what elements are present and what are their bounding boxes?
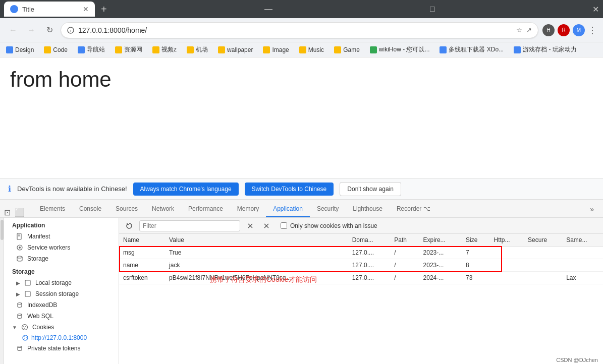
cookies-expand-icon: ▼ xyxy=(12,325,17,330)
left-panel-scrollbar[interactable] xyxy=(0,218,4,364)
dont-show-again-button[interactable]: Don't show again xyxy=(340,182,401,196)
table-row[interactable]: msg True 127.0.... / 2023-... 7 xyxy=(119,247,603,259)
ext-icon-2[interactable]: R xyxy=(558,24,570,36)
url-text: 127.0.0.1:8000/home/ xyxy=(78,26,147,34)
ext-icon-1[interactable]: H xyxy=(542,24,555,36)
close-button[interactable]: ✕ xyxy=(592,5,599,14)
forward-button[interactable]: → xyxy=(24,23,38,37)
private-state-tokens-item[interactable]: Private state tokens xyxy=(4,343,119,354)
only-issues-checkbox-label[interactable]: Only show cookies with an issue xyxy=(281,222,377,229)
back-button[interactable]: ← xyxy=(6,23,20,37)
table-row[interactable]: name jack 127.0.... / 2023-... 8 xyxy=(119,259,603,272)
bookmark-game-archive[interactable]: 游戏存档 - 玩家动力 xyxy=(512,44,579,55)
websql-item[interactable]: Web SQL xyxy=(4,311,119,322)
bookmark-wikihow[interactable]: wikiHow - 您可以... xyxy=(368,44,432,55)
only-issues-checkbox[interactable] xyxy=(281,222,287,229)
cell-domain: 127.0.... xyxy=(348,272,391,284)
cell-http xyxy=(489,247,524,259)
tab-console[interactable]: Console xyxy=(72,201,108,217)
tab-application[interactable]: Application xyxy=(266,201,310,217)
col-name: Name xyxy=(119,234,165,247)
match-language-button[interactable]: Always match Chrome's language xyxy=(133,183,239,196)
tab-lighthouse[interactable]: Lighthouse xyxy=(346,201,390,217)
cell-path: / xyxy=(390,259,419,272)
bookmark-music-icon xyxy=(299,46,306,53)
cookies-http-item[interactable]: http://127.0.0.1:8000 xyxy=(4,333,119,343)
svg-point-21 xyxy=(18,346,22,348)
bookmark-wallpaper[interactable]: wallpaper xyxy=(216,45,255,54)
storage-app-item[interactable]: Storage xyxy=(4,253,119,264)
page-content: from home xyxy=(0,57,603,178)
bookmark-video[interactable]: 视频z xyxy=(150,44,179,55)
private-tokens-icon xyxy=(16,345,23,352)
col-domain: Doma... xyxy=(348,234,391,247)
refresh-button[interactable] xyxy=(123,220,135,232)
devtools-icon-buttons: ⊡ ⬜ xyxy=(4,208,25,217)
delete-cookies-button[interactable] xyxy=(260,220,272,232)
bookmark-resource-icon xyxy=(115,46,122,53)
browser-frame: Title ✕ + — □ ✕ ← → ↻ i 127.0.0.1:8000/h… xyxy=(0,0,603,364)
tab-elements[interactable]: Elements xyxy=(33,201,72,217)
tab-performance[interactable]: Performance xyxy=(181,201,230,217)
url-bar[interactable]: i 127.0.0.1:8000/home/ ☆ ↗ xyxy=(61,22,538,38)
device-toolbar-icon[interactable]: ⬜ xyxy=(15,208,25,217)
devtools-body: Application Manifest Service workers Sto… xyxy=(0,218,603,364)
cookies-item[interactable]: ▼ Cookies xyxy=(4,322,119,333)
local-storage-item[interactable]: ▶ Local storage xyxy=(4,277,119,288)
bookmark-video-icon xyxy=(152,46,159,53)
tab-recorder[interactable]: Recorder ⌥ xyxy=(390,201,437,217)
bookmark-image[interactable]: Image xyxy=(261,45,291,54)
cell-same xyxy=(562,247,603,259)
bookmark-game-archive-icon xyxy=(514,46,521,53)
tab-sources[interactable]: Sources xyxy=(108,201,145,217)
svg-point-18 xyxy=(24,336,25,337)
tab-memory[interactable]: Memory xyxy=(230,201,266,217)
bookmark-star-icon[interactable]: ☆ xyxy=(516,26,522,34)
bookmark-music[interactable]: Music xyxy=(297,45,326,54)
minimize-button[interactable]: — xyxy=(264,5,272,14)
indexeddb-item[interactable]: IndexedDB xyxy=(4,299,119,311)
cookies-child-icon xyxy=(22,335,28,341)
bookmark-code[interactable]: Code xyxy=(42,45,70,54)
tab-network[interactable]: Network xyxy=(145,201,181,217)
inspect-element-icon[interactable]: ⊡ xyxy=(4,208,11,217)
svg-point-19 xyxy=(26,337,27,338)
cell-same xyxy=(562,259,603,272)
bookmark-downloader[interactable]: 多线程下载器 XDo... xyxy=(437,44,506,55)
service-workers-item[interactable]: Service workers xyxy=(4,242,119,253)
cell-secure xyxy=(524,259,562,272)
bookmark-game[interactable]: Game xyxy=(332,45,362,54)
cookies-table: Name Value Doma... Path Expire... Size H… xyxy=(119,234,603,364)
clear-filter-button[interactable] xyxy=(244,220,256,232)
storage-section-header: Storage xyxy=(4,264,119,277)
manifest-item[interactable]: Manifest xyxy=(4,231,119,242)
browser-tab[interactable]: Title ✕ xyxy=(4,2,95,17)
devtools-tabs-bar: ⊡ ⬜ Elements Console Sources Network Per… xyxy=(0,200,603,218)
bookmark-airport[interactable]: 机场 xyxy=(185,44,210,55)
maximize-button[interactable]: □ xyxy=(430,5,435,14)
ext-icon-3[interactable]: M xyxy=(573,24,585,36)
more-tabs-button[interactable]: » xyxy=(585,201,599,217)
switch-chinese-button[interactable]: Switch DevTools to Chinese xyxy=(245,183,334,196)
bookmark-image-icon xyxy=(263,46,270,53)
table-row[interactable]: csrftoken pB4swi21f8I7NNRv1wef5H6FoHpaNN… xyxy=(119,272,603,284)
bookmark-resource[interactable]: 资源网 xyxy=(113,44,144,55)
col-secure: Secure xyxy=(524,234,562,247)
reload-button[interactable]: ↻ xyxy=(42,23,57,37)
new-tab-button[interactable]: + xyxy=(101,4,107,15)
bookmark-wikihow-icon xyxy=(370,46,377,53)
share-icon[interactable]: ↗ xyxy=(526,26,532,34)
bookmark-nav[interactable]: 导航站 xyxy=(76,44,107,55)
cell-secure xyxy=(524,272,562,284)
bookmark-design[interactable]: Design xyxy=(4,45,36,54)
tab-security[interactable]: Security xyxy=(310,201,346,217)
session-storage-item[interactable]: ▶ Session storage xyxy=(4,288,119,299)
filter-input[interactable] xyxy=(139,220,240,231)
col-value: Value xyxy=(165,234,348,247)
more-options-button[interactable]: ⋮ xyxy=(588,25,597,36)
svg-point-8 xyxy=(17,256,22,258)
secure-icon: i xyxy=(67,27,74,34)
service-workers-icon xyxy=(16,244,23,251)
cookies-toolbar: Only show cookies with an issue xyxy=(119,218,603,234)
tab-close-button[interactable]: ✕ xyxy=(83,5,89,13)
